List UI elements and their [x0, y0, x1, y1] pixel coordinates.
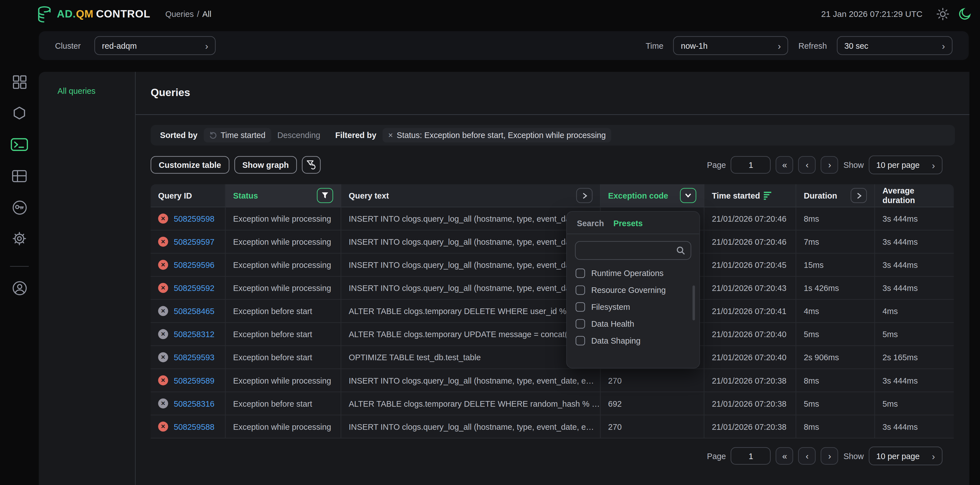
prev-page-button[interactable]: ‹	[799, 447, 816, 465]
table-row[interactable]: 508259593 Exception before start OPTIMIZ…	[151, 346, 953, 369]
refresh-interval-select[interactable]: 30 sec ›	[837, 36, 952, 55]
exception-code-cell: 270	[601, 369, 704, 392]
query-id-link[interactable]: 508259588	[173, 422, 214, 431]
next-page-button[interactable]: ›	[821, 447, 838, 465]
popup-tab-search[interactable]: Search	[577, 219, 604, 228]
query-id-link[interactable]: 508259597	[173, 237, 214, 246]
status-filter-chip[interactable]: × Status: Exception before start, Except…	[382, 128, 611, 143]
light-theme-sun-icon[interactable]	[936, 7, 950, 21]
query-text-expand-button[interactable]	[576, 188, 593, 203]
page-label: Page	[707, 451, 726, 461]
nav-queries-terminal-icon[interactable]	[0, 134, 38, 155]
table-row[interactable]: 508259597 Exception while processing INS…	[151, 230, 953, 254]
popup-scrollbar-thumb[interactable]	[692, 285, 695, 320]
customize-table-button[interactable]: Customize table	[151, 156, 229, 173]
popup-tab-presets[interactable]: Presets	[613, 219, 643, 228]
first-page-button[interactable]: «	[776, 447, 794, 465]
remove-filter-icon[interactable]: ×	[388, 130, 393, 140]
nav-account-avatar-icon[interactable]	[0, 277, 38, 298]
avg-duration-cell: 3s 444ms	[875, 415, 953, 439]
popup-option[interactable]: Runtime Operations	[567, 265, 699, 282]
query-id-link[interactable]: 508259589	[173, 376, 214, 385]
breadcrumb-page: All	[202, 9, 212, 19]
status-cross-icon	[158, 283, 168, 293]
checkbox-icon[interactable]	[576, 285, 585, 295]
checkbox-icon[interactable]	[576, 269, 585, 278]
checkbox-icon[interactable]	[576, 319, 585, 328]
nav-tables-icon[interactable]	[0, 166, 38, 187]
query-id-link[interactable]: 508258465	[173, 306, 214, 316]
table-header-row: Query ID Status Query text	[151, 184, 953, 207]
show-graph-button[interactable]: Show graph	[234, 156, 297, 173]
sort-descending-icon[interactable]	[764, 191, 772, 200]
per-page-select[interactable]: 10 per page ›	[869, 446, 942, 465]
checkbox-icon[interactable]	[576, 336, 585, 345]
duration-expand-button[interactable]	[851, 188, 867, 203]
col-header-exception-code[interactable]: Exception code	[601, 184, 704, 207]
query-id-link[interactable]: 508259592	[173, 283, 214, 293]
table-row[interactable]: 508259589 Exception while processing INS…	[151, 369, 953, 392]
table-row[interactable]: 508259588 Exception while processing INS…	[151, 415, 953, 439]
status-cross-icon	[158, 214, 168, 223]
status-cell: Exception while processing	[226, 415, 341, 439]
duration-cell: 8ms	[796, 207, 875, 230]
prev-page-button[interactable]: ‹	[799, 156, 816, 173]
nav-hexagon-cluster-icon[interactable]	[0, 103, 38, 124]
subnav-all-queries[interactable]: All queries	[38, 72, 135, 95]
exception-code-cell: 270	[601, 415, 704, 439]
table-row[interactable]: 508258465 Exception before start ALTER T…	[151, 300, 953, 323]
refresh-interval-value: 30 sec	[845, 41, 869, 50]
col-header-query-id[interactable]: Query ID	[151, 184, 226, 207]
title-divider	[135, 114, 969, 115]
popup-option[interactable]: Data Shaping	[567, 332, 699, 349]
page-number-input[interactable]	[731, 156, 771, 173]
table-row[interactable]: 508258316 Exception before start ALTER T…	[151, 392, 953, 415]
query-text-cell: INSERT INTO clogs.query_log_all (hostnam…	[341, 277, 601, 300]
table-row[interactable]: 508258312 Exception before start ALTER T…	[151, 323, 953, 346]
query-id-cell: 508259597	[151, 230, 226, 254]
page-number-input[interactable]	[731, 447, 771, 465]
table-row[interactable]: 508259596 Exception while processing INS…	[151, 254, 953, 277]
sort-chip[interactable]: Time started	[204, 128, 271, 143]
col-header-time-started[interactable]: Time started	[704, 184, 796, 207]
dark-theme-moon-icon[interactable]	[958, 7, 971, 21]
next-page-button[interactable]: ›	[821, 156, 838, 173]
query-id-link[interactable]: 508258312	[173, 330, 214, 339]
table-row[interactable]: 508259592 Exception while processing INS…	[151, 277, 953, 300]
col-header-duration[interactable]: Duration	[796, 184, 875, 207]
query-id-link[interactable]: 508259593	[173, 353, 214, 362]
avg-duration-cell: 3s 444ms	[875, 254, 953, 277]
nav-settings-gear-icon[interactable]	[0, 228, 38, 249]
status-filter-funnel-button[interactable]	[317, 188, 333, 203]
popup-option[interactable]: Resource Governing	[567, 282, 699, 298]
breadcrumb-section[interactable]: Queries	[165, 9, 194, 19]
refresh-label: Refresh	[799, 41, 827, 50]
query-id-link[interactable]: 508259598	[173, 214, 214, 223]
first-page-button[interactable]: «	[776, 156, 794, 173]
table-body: 508259598 Exception while processing INS…	[151, 207, 953, 438]
nav-dashboard-grid-icon[interactable]	[0, 71, 38, 92]
exception-code-dropdown-button[interactable]	[680, 188, 697, 203]
popup-search-input[interactable]	[581, 246, 676, 255]
status-cross-icon	[158, 329, 168, 339]
status-cross-icon	[158, 422, 168, 431]
table-row[interactable]: 508259598 Exception while processing INS…	[151, 207, 953, 230]
show-label: Show	[843, 451, 864, 461]
cluster-select[interactable]: red-adqm ›	[94, 36, 216, 55]
query-id-link[interactable]: 508259596	[173, 260, 214, 269]
reset-filters-button[interactable]	[302, 156, 321, 173]
app-logo[interactable]: AD.QMCONTROL	[37, 5, 151, 23]
query-text-cell: INSERT INTO clogs.query_log_all (hostnam…	[341, 369, 601, 392]
popup-option[interactable]: Data Health	[567, 315, 699, 332]
status-cell: Exception while processing	[226, 277, 341, 300]
time-range-select[interactable]: now-1h ›	[673, 36, 788, 55]
col-header-status[interactable]: Status	[226, 184, 341, 207]
col-header-query-text[interactable]: Query text	[341, 184, 601, 207]
nav-access-key-icon[interactable]	[0, 197, 38, 218]
query-id-link[interactable]: 508258316	[173, 399, 214, 408]
cluster-label: Cluster	[55, 41, 81, 50]
popup-option[interactable]: Filesystem	[567, 298, 699, 315]
checkbox-icon[interactable]	[576, 302, 585, 312]
col-header-average-duration[interactable]: Average duration	[875, 184, 953, 207]
per-page-select[interactable]: 10 per page ›	[869, 155, 942, 174]
